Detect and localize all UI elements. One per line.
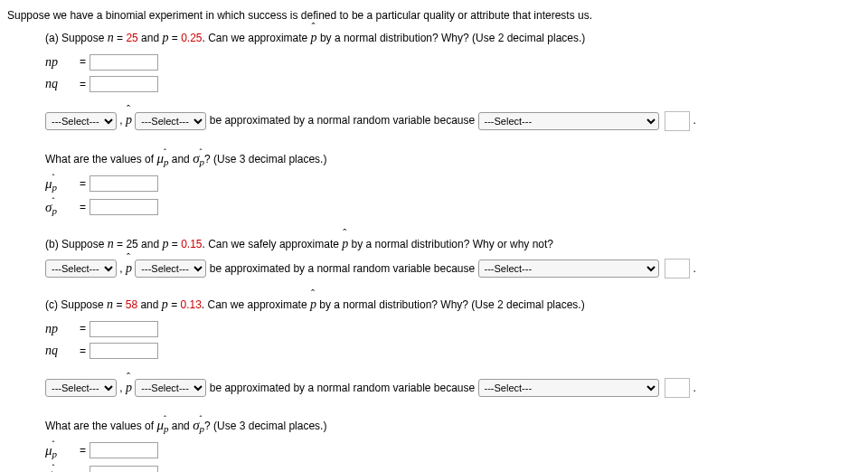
select-a-1[interactable]: ---Select---	[45, 112, 117, 130]
part-b-sentence: ---Select--- , pˆ ---Select--- be approx…	[45, 259, 861, 279]
eq-text: =	[113, 298, 126, 311]
part-c-question: (c) Suppose n = 58 and p = 0.13. Can we …	[45, 295, 861, 315]
np-input-c[interactable]	[90, 321, 158, 337]
and-text: and	[138, 238, 163, 250]
and-text: and	[138, 32, 163, 44]
n-var: n	[108, 237, 114, 250]
comma-text: ,	[119, 382, 126, 394]
eq-text: =	[114, 238, 127, 250]
mu-symbol: μ	[156, 151, 164, 165]
mu-row-c: μˆp =	[45, 439, 861, 461]
period-text: .	[693, 262, 696, 275]
values-tail: ? (Use 3 decimal places.)	[204, 153, 326, 165]
np-label: np	[45, 322, 58, 335]
values-prefix: What are the values of	[45, 153, 156, 165]
period-text: .	[693, 114, 696, 127]
mu-symbol: μ	[45, 443, 52, 458]
mid-text: be approximated by a normal random varia…	[210, 382, 478, 394]
select-b-1[interactable]: ---Select---	[45, 260, 117, 278]
eq-sign: =	[80, 442, 86, 459]
select-b-3[interactable]: ---Select---	[478, 260, 659, 278]
sigma-row-c: σˆp =	[45, 463, 861, 472]
comma-text: ,	[119, 262, 126, 275]
n-value: 58	[126, 298, 137, 311]
nq-row: nq =	[45, 74, 861, 94]
mu-sub: ˆp	[164, 418, 169, 435]
sigma-sub: ˆp	[200, 418, 205, 435]
period-box-c[interactable]	[665, 378, 690, 398]
select-a-3[interactable]: ---Select---	[478, 112, 659, 130]
select-c-3[interactable]: ---Select---	[478, 379, 659, 397]
part-c-sentence: ---Select--- , pˆ ---Select--- be approx…	[45, 378, 861, 399]
np-row: np =	[45, 52, 861, 72]
p-hat-symbol: pˆ	[342, 234, 348, 254]
p-hat-symbol: pˆ	[126, 378, 132, 398]
mu-row-a: μˆp =	[45, 173, 861, 194]
period-text: .	[693, 382, 696, 394]
select-b-2[interactable]: ---Select---	[135, 260, 206, 278]
eq-sign: =	[80, 343, 86, 360]
select-a-2[interactable]: ---Select---	[135, 112, 206, 130]
sigma-input-a[interactable]	[90, 199, 158, 215]
mu-sub: ˆp	[164, 151, 169, 168]
nq-input-a[interactable]	[90, 76, 158, 92]
part-a-prefix: (a) Suppose	[45, 32, 108, 44]
period-box-a[interactable]	[665, 111, 690, 131]
p-value: 0.13	[180, 298, 201, 311]
part-c-prefix: (c) Suppose	[45, 298, 107, 311]
n-value: 25	[126, 32, 137, 44]
mu-symbol: μ	[156, 418, 164, 432]
and-text: and	[168, 153, 193, 165]
p-hat-symbol: pˆ	[126, 110, 132, 130]
eq-sign: =	[80, 199, 86, 216]
mid-text: be approximated by a normal random varia…	[210, 114, 478, 127]
part-a-values-question: What are the values of μˆp and σˆp? (Use…	[45, 147, 861, 169]
tail-text: by a normal distribution? Why? (Use 2 de…	[317, 32, 586, 44]
sigma-input-c[interactable]	[90, 466, 158, 472]
and-text: and	[137, 298, 162, 311]
rest-text: . Can we approximate	[203, 32, 311, 44]
n-var: n	[108, 31, 114, 44]
rest-text: . Can we safely approximate	[203, 238, 343, 250]
mu-sub: ˆp	[52, 443, 58, 460]
np-label: np	[45, 55, 58, 69]
eq-sign: =	[80, 466, 86, 472]
values-prefix: What are the values of	[45, 420, 156, 432]
sigma-symbol: σ	[193, 151, 199, 165]
p-hat-symbol: pˆ	[126, 259, 132, 278]
sigma-sub: ˆp	[200, 151, 205, 168]
p-var: p	[162, 297, 168, 311]
period-box-b[interactable]	[665, 259, 690, 278]
part-a-sentence: ---Select--- , pˆ ---Select--- be approx…	[45, 110, 861, 131]
p-hat-symbol: pˆ	[310, 295, 316, 315]
eq-text: =	[114, 32, 127, 44]
rest-text: . Can we approximate	[202, 298, 310, 311]
select-c-1[interactable]: ---Select---	[45, 379, 117, 397]
eq-text: =	[168, 32, 181, 44]
mu-input-a[interactable]	[90, 175, 158, 192]
tail-text: by a normal distribution? Why? (Use 2 de…	[316, 298, 585, 311]
nq-label: nq	[45, 77, 58, 90]
eq-text: =	[168, 298, 181, 311]
sigma-row-a: σˆp =	[45, 196, 861, 218]
mu-input-c[interactable]	[90, 442, 158, 458]
select-c-2[interactable]: ---Select---	[135, 379, 206, 397]
part-c-values-question: What are the values of μˆp and σˆp? (Use…	[45, 414, 861, 436]
comma-text: ,	[119, 114, 126, 127]
mid-text: be approximated by a normal random varia…	[210, 262, 478, 275]
tail-text: by a normal distribution? Why or why not…	[348, 238, 553, 250]
intro-text: Suppose we have a binomial experiment in…	[7, 7, 861, 24]
n-var: n	[107, 297, 113, 311]
p-value: 0.15	[181, 238, 202, 250]
part-b-prefix: (b) Suppose	[45, 238, 108, 250]
p-value: 0.25	[181, 32, 202, 44]
nq-label: nq	[45, 344, 58, 357]
eq-sign: =	[80, 53, 86, 71]
mu-sub: ˆp	[52, 176, 58, 194]
part-a-question: (a) Suppose n = 25 and p = 0.25. Can we …	[45, 28, 861, 48]
and-text: and	[168, 420, 193, 432]
eq-sign: =	[80, 175, 86, 193]
nq-input-c[interactable]	[90, 343, 158, 359]
eq-sign: =	[80, 76, 86, 93]
np-input-a[interactable]	[90, 54, 158, 71]
